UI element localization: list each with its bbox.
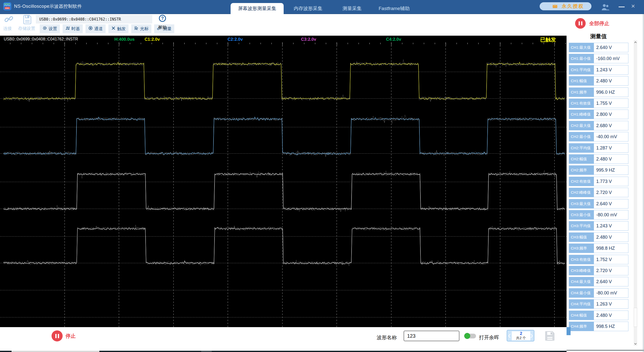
measurement-value: -40.00 mV — [594, 132, 628, 141]
光标-button[interactable]: 光标 — [131, 24, 151, 33]
scroll-up-icon[interactable] — [634, 40, 637, 44]
save-button[interactable] — [544, 330, 555, 343]
measurements-panel: 全部停止 测量值 CH1:最大值2.640 VCH1:最小值-160.00 mV… — [567, 14, 644, 350]
measurement-label: CH3:峰峰值 — [569, 266, 594, 275]
bottom-strip — [12, 351, 99, 352]
measurement-row: CH2:幅值2.480 V — [569, 154, 628, 164]
measurement-label: CH1:有效值 — [569, 99, 594, 108]
button-label: 触发 — [117, 26, 126, 32]
page-indicator: 2 共2 个 — [512, 331, 530, 340]
时基-button[interactable]: 时基 — [63, 24, 83, 33]
measurement-value: 1.263 V — [594, 299, 628, 309]
measurement-label: CH3:有效值 — [569, 255, 594, 264]
scroll-down-icon[interactable] — [634, 342, 637, 346]
help-button[interactable]: ? 帮助 — [157, 15, 167, 30]
waveform-name-label: 波形名称 — [377, 334, 397, 341]
panel-scrollbar[interactable] — [634, 40, 637, 346]
bottom-bar: 停止 波形名称 打开余晖 2 共2 个 — [0, 327, 567, 351]
minimize-button[interactable] — [619, 7, 625, 7]
stop-all-label: 全部停止 — [589, 20, 609, 27]
persistence-toggle[interactable] — [464, 334, 476, 338]
license-button[interactable]: 永久授权 — [540, 2, 591, 10]
device-address-input[interactable] — [36, 15, 152, 23]
measurement-value: 2.480 V — [594, 311, 628, 320]
page-total: 共2 个 — [512, 336, 530, 340]
pause-icon — [52, 330, 63, 341]
通道-button[interactable]: 通道 — [85, 24, 106, 33]
measurement-row: CH1:幅值2.480 V — [569, 76, 628, 86]
measurement-row: CH3:有效值1.752 V — [569, 255, 628, 264]
measurement-row: CH3:最小值-80.00 mV — [569, 210, 628, 220]
waveform-name-input[interactable] — [404, 331, 459, 341]
button-label: 设置 — [49, 26, 57, 32]
tab-3[interactable]: 测量采集 — [338, 3, 366, 14]
measurement-row: CH1:有效值1.755 V — [569, 98, 628, 108]
channel-icon — [88, 26, 93, 32]
measurement-value: 2.720 V — [594, 188, 628, 197]
measurement-value: 2.640 V — [594, 199, 628, 208]
measurement-row: CH2:频率995.9 HZ — [569, 165, 628, 175]
trigger-status: 已触发 — [540, 36, 556, 43]
measurement-row: CH2:最大值2.680 V — [569, 121, 628, 130]
measurement-row: CH1:峰峰值2.800 V — [569, 110, 628, 119]
measurement-value: 2.480 V — [594, 233, 628, 242]
trigger-icon — [111, 26, 116, 32]
toolbar-buttons: 设置时基通道触发光标测量 — [40, 24, 174, 33]
users-icon[interactable] — [601, 3, 610, 12]
stop-all-button[interactable]: 全部停止 — [575, 18, 609, 29]
channel-label-c1: C1:2.0v — [145, 37, 160, 42]
measurement-value: 2.480 V — [594, 155, 628, 164]
storage-settings-button[interactable] — [23, 15, 32, 26]
tab-1[interactable]: 屏幕波形测量采集 — [231, 3, 284, 14]
toggle-knob — [464, 333, 470, 339]
channel-label-c4: C4:2.0v — [386, 37, 401, 42]
tab-2[interactable]: 内存波形采集 — [292, 3, 324, 14]
measurement-label: CH1:幅值 — [569, 76, 594, 85]
measurement-value: 2.640 V — [594, 277, 628, 286]
timebase-icon — [65, 26, 70, 32]
close-button[interactable]: × — [631, 2, 635, 10]
scroll-thumb[interactable] — [567, 327, 571, 335]
measurement-label: CH3:最大值 — [569, 199, 594, 208]
page-next-icon[interactable] — [530, 333, 533, 338]
connect-label: 连接 — [3, 26, 12, 31]
gear-icon — [42, 26, 47, 32]
measurement-value: -80.00 mV — [594, 210, 628, 219]
触发-button[interactable]: 触发 — [108, 24, 128, 33]
channel-label-c3: C3:2.0v — [301, 37, 316, 42]
connect-button[interactable] — [4, 15, 14, 26]
measurement-value: 1.752 V — [594, 255, 628, 264]
stop-button[interactable]: 停止 — [52, 330, 76, 341]
scope-device-id: USB0::0x0699::0x0408::C041762::INSTR — [4, 37, 78, 41]
设置-button[interactable]: 设置 — [40, 24, 60, 33]
measurement-value: 2.480 V — [594, 76, 628, 85]
page-current: 2 — [512, 331, 530, 336]
window-right-border — [643, 14, 643, 352]
measurement-value: -80.00 mV — [594, 288, 628, 297]
license-label: 永久授权 — [562, 3, 584, 10]
tab-4[interactable]: Fastframe辅助 — [373, 3, 415, 14]
app-window: OSC NS-Oscilloscope示波器控制软件 屏幕波形测量采集内存波形采… — [0, 0, 644, 352]
measurement-label: CH2:最小值 — [569, 132, 594, 141]
persistence-label: 打开余晖 — [479, 334, 499, 341]
measurement-label: CH3:幅值 — [569, 233, 594, 242]
scrollbar-thumb[interactable] — [634, 308, 637, 327]
measurement-label: CH3:最小值 — [569, 210, 594, 219]
measurement-label: CH2:平均值 — [569, 143, 594, 153]
measurement-label: CH2:频率 — [569, 166, 594, 175]
bottom-strip — [201, 351, 212, 352]
bottom-strip — [0, 351, 12, 352]
toolbar: 连接 存储设置 设置时基通道触发光标测量 ? 帮助 — [0, 14, 644, 36]
measurement-row: CH1:平均值1.243 V — [569, 65, 628, 75]
measurement-label: CH4:幅值 — [569, 311, 594, 320]
measurement-label: CH1:最大值 — [569, 43, 594, 52]
oscilloscope-display: USB0::0x0699::0x0408::C041762::INSTR H:4… — [0, 36, 567, 327]
measurement-row: CH3:幅值2.480 V — [569, 232, 628, 242]
bottom-strip — [212, 351, 567, 352]
page-selector: 2 共2 个 — [507, 330, 534, 341]
crown-icon — [552, 3, 558, 10]
page-prev-icon[interactable] — [508, 333, 511, 338]
measurement-value: 1.287 V — [594, 143, 628, 153]
measurement-label: CH2:幅值 — [569, 155, 594, 164]
measurement-row: CH2:平均值1.287 V — [569, 143, 628, 153]
